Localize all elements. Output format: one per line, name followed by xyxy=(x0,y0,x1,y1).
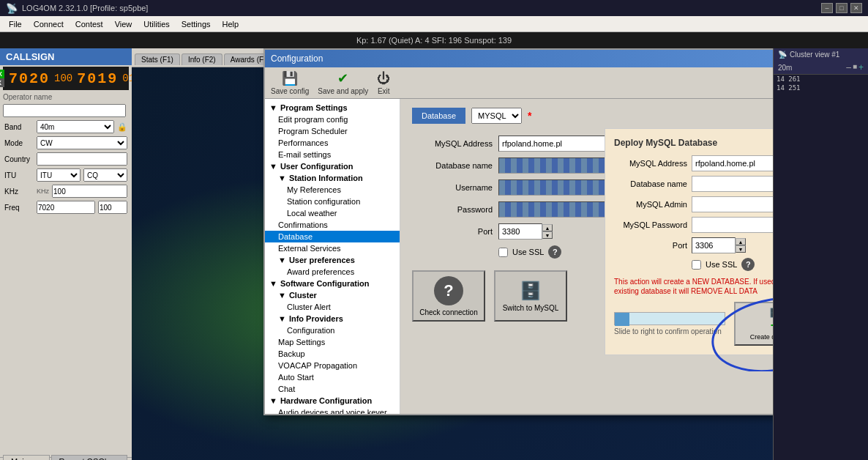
switch-mysql-label: Switch to MySQL xyxy=(503,304,559,312)
deploy-port-down-button[interactable]: ▼ xyxy=(736,245,746,253)
save-apply-button[interactable]: ✔ Save and apply xyxy=(318,70,368,95)
deploy-port-label: Port xyxy=(614,241,687,250)
save-config-button[interactable]: 💾 Save config xyxy=(271,70,309,95)
country-input[interactable] xyxy=(37,152,127,166)
menu-utilities[interactable]: Utilities xyxy=(138,18,175,30)
cluster-minus-btn[interactable]: – xyxy=(846,62,851,73)
menu-file[interactable]: File xyxy=(3,18,28,30)
deploy-use-ssl-checkbox[interactable] xyxy=(692,260,701,270)
menu-settings[interactable]: Settings xyxy=(176,18,217,30)
deploy-panel: Deploy MySQL Database MySQL Address Data… xyxy=(605,128,773,355)
deploy-port-input[interactable] xyxy=(692,237,736,253)
main-tab[interactable]: Main (F6) xyxy=(3,455,50,460)
band-select[interactable]: 40m20m80m xyxy=(37,120,114,133)
itu-row: ITU ITU CQ xyxy=(0,167,132,183)
tree-info-providers[interactable]: ▼ Info Providers xyxy=(265,313,400,324)
create-database-button[interactable]: 🗄️ + Create database xyxy=(734,302,773,346)
menu-view[interactable]: View xyxy=(109,18,138,30)
tree-map-settings[interactable]: Map Settings xyxy=(265,336,400,348)
port-spinner-buttons: ▲ ▼ xyxy=(542,224,553,239)
exit-label: Exit xyxy=(378,87,390,95)
tree-award-prefs[interactable]: Award preferences xyxy=(265,266,400,278)
check-connection-button[interactable]: ? Check connection xyxy=(412,270,485,322)
deploy-password-label: MySQL Password xyxy=(614,220,687,229)
tree-edit-program[interactable]: Edit program config xyxy=(265,114,400,125)
khz-input[interactable] xyxy=(52,185,127,198)
tree-program-settings[interactable]: ▼ Program Settings xyxy=(265,102,400,114)
tree-backup[interactable]: Backup xyxy=(265,348,400,360)
tree-scheduler[interactable]: Program Scheduler xyxy=(265,125,400,137)
mode-label: Mode xyxy=(4,139,34,147)
switch-mysql-button[interactable]: 🗄️ Switch to MySQL xyxy=(494,270,567,322)
tree-auto-start[interactable]: Auto Start xyxy=(265,371,400,383)
tree-database[interactable]: Database xyxy=(265,231,400,242)
deploy-port-up-button[interactable]: ▲ xyxy=(736,238,746,245)
tree-user-prefs[interactable]: ▼ User preferences xyxy=(265,254,400,266)
tree-external-services[interactable]: External Services xyxy=(265,242,400,254)
config-content: Database MYSQL SQLite * MySQL Address xyxy=(400,99,773,414)
tree-hardware-config[interactable]: ▼ Hardware Configuration xyxy=(265,395,400,407)
deploy-slide-text: Slide to right to confirm operation xyxy=(614,327,725,335)
tree-email[interactable]: E-mail settings xyxy=(265,149,400,160)
close-button[interactable]: ✕ xyxy=(850,3,862,13)
operator-input[interactable] xyxy=(3,104,126,117)
tree-user-config[interactable]: ▼ User Configuration xyxy=(265,160,400,172)
tree-cluster-alert[interactable]: Cluster Alert xyxy=(265,301,400,313)
tree-panel: ▼ Program Settings Edit program config P… xyxy=(265,99,400,414)
info-tab[interactable]: Info (F2) xyxy=(182,53,222,65)
deploy-admin-input[interactable] xyxy=(692,196,773,212)
tree-voacap[interactable]: VOACAP Propagation xyxy=(265,360,400,371)
expand-icon4: ▼ xyxy=(278,256,286,264)
deploy-password-input[interactable] xyxy=(692,217,773,233)
tree-confirmations[interactable]: Confirmations xyxy=(265,219,400,231)
deploy-slider-thumb[interactable] xyxy=(615,313,629,326)
tree-performances[interactable]: Performances xyxy=(265,137,400,149)
recent-tab[interactable]: Recent QSO's (F7) xyxy=(51,455,127,460)
cq-select[interactable]: CQ xyxy=(83,168,127,182)
menu-connect[interactable]: Connect xyxy=(28,18,70,30)
title-bar-controls: – □ ✕ xyxy=(821,3,862,13)
use-ssl-checkbox[interactable] xyxy=(498,248,508,257)
tree-software-config[interactable]: ▼ Software Configuration xyxy=(265,278,400,289)
mode-select[interactable]: CWSSBFT8 xyxy=(37,136,127,149)
tree-cluster[interactable]: ▼ Cluster xyxy=(265,289,400,301)
tree-station-config[interactable]: Station configuration xyxy=(265,196,400,207)
cluster-entry-2[interactable]: 14 251 xyxy=(774,84,868,92)
tree-station-info[interactable]: ▼ Station Information xyxy=(265,172,400,184)
freq-input2[interactable] xyxy=(98,201,127,214)
cluster-entry-1[interactable]: 14 261 xyxy=(774,75,868,84)
ssl-help-icon[interactable]: ? xyxy=(548,245,561,259)
menu-contest[interactable]: Contest xyxy=(70,18,109,30)
tree-chat[interactable]: Chat xyxy=(265,383,400,395)
freq-main[interactable]: 7020 xyxy=(9,70,50,87)
apply-icon: ✔ xyxy=(337,70,348,86)
database-tab[interactable]: Database xyxy=(412,108,465,124)
deploy-slider[interactable] xyxy=(614,312,725,325)
tx-badge: TX xyxy=(0,78,4,87)
deploy-password-row: MySQL Password xyxy=(614,217,773,233)
tree-info-config[interactable]: Configuration xyxy=(265,324,400,336)
cluster-plus-btn[interactable]: + xyxy=(858,62,864,73)
menu-help[interactable]: Help xyxy=(217,18,245,30)
operator-label: Operator name xyxy=(3,93,52,101)
minimize-button[interactable]: – xyxy=(821,3,833,13)
db-type-dropdown[interactable]: MYSQL SQLite xyxy=(471,108,522,124)
tree-audio[interactable]: Audio devices and voice keyer xyxy=(265,407,400,414)
tree-local-weather[interactable]: Local weather xyxy=(265,207,400,219)
maximize-button[interactable]: □ xyxy=(836,3,848,13)
tree-my-refs[interactable]: My References xyxy=(265,184,400,196)
port-input[interactable] xyxy=(498,223,542,240)
deploy-ssl-help-icon[interactable]: ? xyxy=(741,258,755,271)
save-icon: 💾 xyxy=(282,70,298,86)
deploy-mysql-address-input[interactable] xyxy=(692,155,773,171)
itu-select[interactable]: ITU xyxy=(37,168,81,182)
port-down-button[interactable]: ▼ xyxy=(542,231,553,239)
deploy-db-name-input[interactable] xyxy=(692,176,773,192)
stats-tab[interactable]: Stats (F1) xyxy=(135,53,180,65)
cluster-square-btn[interactable]: ■ xyxy=(853,62,857,73)
freq2-main[interactable]: 7019 xyxy=(77,70,118,87)
callsign-bar: CALLSIGN xyxy=(0,48,132,65)
port-up-button[interactable]: ▲ xyxy=(542,224,553,231)
freq-input[interactable] xyxy=(37,201,95,214)
exit-config-button[interactable]: ⏻ Exit xyxy=(377,71,390,95)
